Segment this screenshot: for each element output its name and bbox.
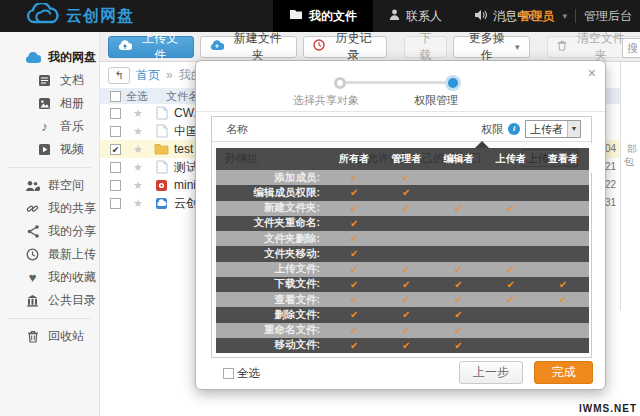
person-icon: [389, 9, 400, 24]
cloud-plus-icon: [210, 40, 224, 54]
permission-cell-owner: ✔: [328, 233, 380, 244]
blue-app-icon: [154, 197, 169, 210]
row-checkbox-checked[interactable]: ✔: [110, 144, 121, 155]
sidebar-item-recycle-bin[interactable]: 回收站: [0, 325, 99, 348]
permission-row: 下载文件: ✔ ✔ ✔ ✔ ✔: [216, 277, 589, 292]
permission-cell-owner: ✔: [328, 172, 380, 183]
sidebar-label: 回收站: [48, 328, 84, 345]
permission-label: 删除文件:: [216, 308, 328, 322]
star-icon[interactable]: ★: [131, 125, 145, 138]
history-button[interactable]: 历史记录: [303, 36, 387, 58]
upload-file-button[interactable]: 上传文件: [108, 36, 194, 58]
sidebar-item-favorites[interactable]: ♥ 我的收藏: [0, 266, 99, 289]
sidebar-item-latest-uploads[interactable]: 最新上传: [0, 243, 99, 266]
text-fragment: 部: [627, 142, 637, 156]
row-checkbox[interactable]: [110, 126, 121, 137]
permission-cell-viewer: ✔: [537, 279, 589, 290]
user-role-menu[interactable]: 管理员: [518, 8, 554, 25]
sidebar-label: 文档: [60, 72, 84, 89]
new-folder-button[interactable]: 新建文件夹: [200, 36, 297, 58]
permission-row: 编辑成员权限: ✔ ✔: [216, 185, 589, 200]
permission-row: 删除文件: ✔ ✔ ✔: [216, 307, 589, 322]
sidebar-item-group-space[interactable]: 群空间: [0, 174, 99, 197]
info-icon[interactable]: i: [508, 123, 520, 135]
permission-label: 文件夹移动:: [216, 247, 328, 261]
permission-cell-editor: ✔: [432, 203, 484, 214]
close-icon[interactable]: ×: [588, 65, 596, 81]
sidebar: 我的网盘 文档 相册 ♪ 音乐 视频 群空间 我的共享 我的分享: [0, 32, 100, 416]
sidebar-item-my-shared[interactable]: 我的共享: [0, 197, 99, 220]
permission-cell-owner: ✔: [328, 203, 380, 214]
sidebar-item-documents[interactable]: 文档: [0, 69, 99, 92]
permission-cell-manager: ✔: [380, 294, 432, 305]
sidebar-item-my-disk[interactable]: 我的网盘: [0, 46, 99, 69]
star-icon[interactable]: ★: [131, 179, 145, 192]
sidebar-item-my-sharing[interactable]: 我的分享: [0, 220, 99, 243]
permission-cell-owner: ✔: [328, 248, 380, 259]
star-icon[interactable]: ★: [131, 107, 145, 120]
share-permission-dialog: × 选择共享对象 权限管理 名称 权限 i 上传者 ▼ 孙继组 仅允许查看自己的…: [195, 60, 606, 390]
chevron-down-icon[interactable]: ▾: [562, 11, 567, 21]
app-screen: 云创网盘 我的文件 联系人 消息中心 管理: [0, 0, 640, 416]
app-logo[interactable]: 云创网盘: [26, 3, 134, 29]
permission-matrix-body: 添加成员: ✔ ✔ 编辑成员权限: ✔ ✔ 新建文件夹: ✔ ✔ ✔ ✔ 文件夹…: [216, 170, 589, 353]
text-fragment: 包: [624, 155, 634, 169]
trash-icon: [24, 330, 41, 343]
permission-cell-manager: ✔: [380, 340, 432, 351]
role-column-viewer: 查看者: [537, 152, 589, 166]
step-2-label: 权限管理: [376, 93, 496, 108]
star-icon[interactable]: ★: [131, 197, 145, 210]
star-icon[interactable]: ★: [131, 143, 145, 156]
more-operations-label: 更多操作: [463, 30, 510, 64]
permission-cell-uploader: ✔: [485, 203, 537, 214]
row-checkbox[interactable]: [110, 198, 121, 209]
permission-cell-manager: ✔: [380, 203, 432, 214]
permission-cell-uploader: ✔: [485, 279, 537, 290]
permission-row: 新建文件夹: ✔ ✔ ✔ ✔: [216, 201, 589, 216]
sidebar-item-music[interactable]: ♪ 音乐: [0, 115, 99, 138]
permission-cell-owner: ✔: [328, 309, 380, 320]
finish-button[interactable]: 完成: [534, 361, 593, 384]
back-button[interactable]: ↰: [108, 67, 130, 84]
batch-permission-select[interactable]: 上传者 ▼: [525, 120, 581, 138]
permission-cell-manager: ✔: [380, 279, 432, 290]
previous-step-button[interactable]: 上一步: [459, 361, 523, 384]
breadcrumb-home[interactable]: 首页: [136, 67, 160, 84]
sidebar-item-public-directory[interactable]: 公共目录: [0, 289, 99, 312]
permission-label: 移动文件:: [216, 338, 328, 352]
row-checkbox[interactable]: [110, 180, 121, 191]
admin-backend-link[interactable]: 管理后台: [584, 8, 632, 25]
nav-contacts[interactable]: 联系人: [373, 0, 458, 32]
more-operations-button[interactable]: 更多操作 ▾: [453, 36, 529, 58]
download-button[interactable]: 下载: [404, 36, 448, 58]
breadcrumb-separator: »: [166, 68, 173, 82]
permission-matrix-tooltip: 所有者 管理者 编辑者 上传者 查看者 添加成员: ✔ ✔ 编辑成员权限: ✔ …: [216, 148, 589, 353]
select-value: 上传者: [526, 122, 567, 137]
download-label: 下载: [414, 30, 438, 64]
permission-label: 文件夹重命名:: [216, 216, 328, 230]
sidebar-label: 我的共享: [48, 200, 96, 217]
nav-my-files[interactable]: 我的文件: [273, 0, 373, 32]
select-all-label: 全选: [126, 89, 148, 104]
permission-column-header: 权限: [481, 122, 503, 137]
building-icon: [24, 294, 41, 307]
sidebar-item-videos[interactable]: 视频: [0, 138, 99, 161]
select-arrow-icon: ▼: [567, 121, 580, 137]
star-icon[interactable]: ★: [131, 161, 145, 174]
sidebar-item-albums[interactable]: 相册: [0, 92, 99, 115]
permission-row: 文件夹重命名: ✔: [216, 216, 589, 231]
watermark: IWMS.NET: [579, 403, 637, 414]
file-icon: [154, 124, 169, 138]
permission-cell-editor: ✔: [432, 325, 484, 336]
logo-cloud-icon: [26, 3, 60, 29]
row-checkbox[interactable]: [110, 108, 121, 119]
document-icon: [36, 74, 53, 87]
row-checkbox[interactable]: [110, 162, 121, 173]
select-all-checkbox[interactable]: [223, 368, 234, 379]
file-icon: [154, 160, 169, 174]
divider: [8, 167, 91, 168]
role-column-manager: 管理者: [380, 152, 432, 166]
permission-cell-owner: ✔: [328, 294, 380, 305]
search-input[interactable]: [622, 38, 640, 58]
select-all-checkbox[interactable]: [110, 91, 121, 102]
